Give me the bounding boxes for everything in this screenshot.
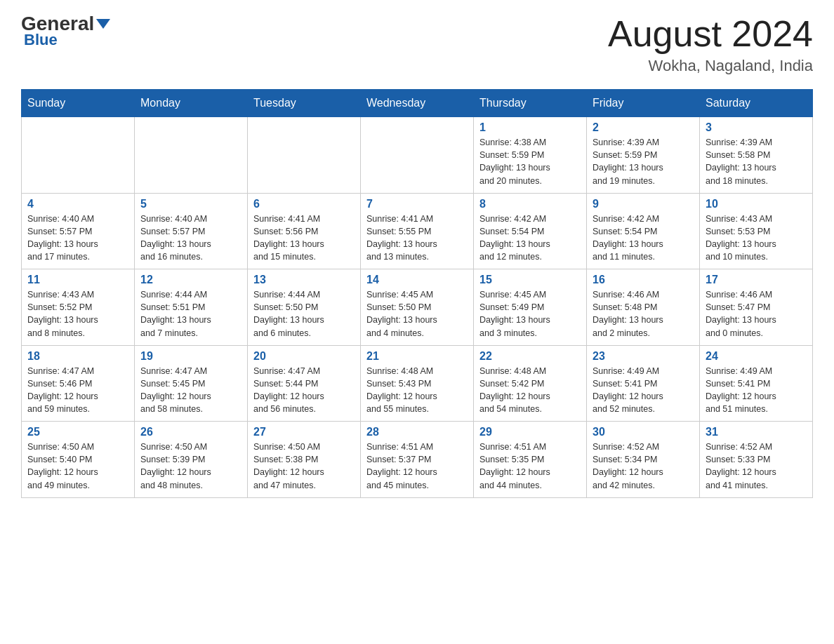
day-number: 29 — [479, 426, 581, 438]
day-info: Sunrise: 4:44 AM Sunset: 5:50 PM Dayligh… — [253, 288, 355, 340]
day-header-saturday: Saturday — [700, 90, 813, 117]
day-header-monday: Monday — [135, 90, 248, 117]
calendar-cell: 10Sunrise: 4:43 AM Sunset: 5:53 PM Dayli… — [700, 193, 813, 269]
calendar-cell: 29Sunrise: 4:51 AM Sunset: 5:35 PM Dayli… — [474, 422, 587, 498]
day-info: Sunrise: 4:42 AM Sunset: 5:54 PM Dayligh… — [479, 213, 581, 264]
day-number: 2 — [593, 121, 694, 134]
calendar-cell: 6Sunrise: 4:41 AM Sunset: 5:56 PM Daylig… — [248, 193, 361, 269]
day-number: 3 — [706, 121, 807, 134]
day-number: 26 — [140, 426, 241, 438]
day-info: Sunrise: 4:41 AM Sunset: 5:55 PM Dayligh… — [366, 213, 468, 264]
calendar-week-row: 4Sunrise: 4:40 AM Sunset: 5:57 PM Daylig… — [22, 193, 813, 269]
calendar-cell: 23Sunrise: 4:49 AM Sunset: 5:41 PM Dayli… — [587, 345, 700, 422]
calendar-week-row: 11Sunrise: 4:43 AM Sunset: 5:52 PM Dayli… — [22, 269, 813, 346]
calendar-cell: 26Sunrise: 4:50 AM Sunset: 5:39 PM Dayli… — [135, 422, 248, 498]
calendar-header-row: SundayMondayTuesdayWednesdayThursdayFrid… — [22, 90, 813, 117]
day-info: Sunrise: 4:43 AM Sunset: 5:52 PM Dayligh… — [27, 288, 128, 340]
day-header-tuesday: Tuesday — [248, 90, 361, 117]
calendar-week-row: 25Sunrise: 4:50 AM Sunset: 5:40 PM Dayli… — [22, 422, 813, 498]
day-info: Sunrise: 4:52 AM Sunset: 5:34 PM Dayligh… — [593, 441, 694, 492]
day-info: Sunrise: 4:48 AM Sunset: 5:43 PM Dayligh… — [366, 365, 468, 416]
day-info: Sunrise: 4:40 AM Sunset: 5:57 PM Dayligh… — [27, 213, 128, 264]
calendar-cell: 7Sunrise: 4:41 AM Sunset: 5:55 PM Daylig… — [361, 193, 474, 269]
calendar-cell: 4Sunrise: 4:40 AM Sunset: 5:57 PM Daylig… — [22, 193, 135, 269]
calendar-cell: 1Sunrise: 4:38 AM Sunset: 5:59 PM Daylig… — [474, 117, 587, 194]
calendar-cell — [22, 117, 135, 194]
day-number: 25 — [27, 426, 128, 438]
calendar-table: SundayMondayTuesdayWednesdayThursdayFrid… — [21, 89, 813, 498]
day-info: Sunrise: 4:49 AM Sunset: 5:41 PM Dayligh… — [706, 365, 807, 416]
day-info: Sunrise: 4:38 AM Sunset: 5:59 PM Dayligh… — [479, 136, 581, 187]
calendar-cell — [361, 117, 474, 194]
day-info: Sunrise: 4:39 AM Sunset: 5:59 PM Dayligh… — [593, 136, 694, 187]
day-info: Sunrise: 4:41 AM Sunset: 5:56 PM Dayligh… — [253, 213, 355, 264]
calendar-cell: 9Sunrise: 4:42 AM Sunset: 5:54 PM Daylig… — [587, 193, 700, 269]
calendar-cell: 17Sunrise: 4:46 AM Sunset: 5:47 PM Dayli… — [700, 269, 813, 346]
calendar-cell: 5Sunrise: 4:40 AM Sunset: 5:57 PM Daylig… — [135, 193, 248, 269]
day-info: Sunrise: 4:48 AM Sunset: 5:42 PM Dayligh… — [479, 365, 581, 416]
calendar-cell: 30Sunrise: 4:52 AM Sunset: 5:34 PM Dayli… — [587, 422, 700, 498]
day-number: 30 — [593, 426, 694, 438]
day-info: Sunrise: 4:50 AM Sunset: 5:39 PM Dayligh… — [140, 441, 241, 492]
calendar-cell: 8Sunrise: 4:42 AM Sunset: 5:54 PM Daylig… — [474, 193, 587, 269]
day-info: Sunrise: 4:51 AM Sunset: 5:35 PM Dayligh… — [479, 441, 581, 492]
day-number: 12 — [140, 274, 241, 286]
calendar-cell: 12Sunrise: 4:44 AM Sunset: 5:51 PM Dayli… — [135, 269, 248, 346]
day-number: 4 — [27, 198, 128, 210]
calendar-cell: 25Sunrise: 4:50 AM Sunset: 5:40 PM Dayli… — [22, 422, 135, 498]
calendar-cell: 20Sunrise: 4:47 AM Sunset: 5:44 PM Dayli… — [248, 345, 361, 422]
day-info: Sunrise: 4:49 AM Sunset: 5:41 PM Dayligh… — [593, 365, 694, 416]
day-header-friday: Friday — [587, 90, 700, 117]
day-info: Sunrise: 4:42 AM Sunset: 5:54 PM Dayligh… — [593, 213, 694, 264]
day-number: 14 — [366, 274, 468, 286]
day-number: 31 — [706, 426, 807, 438]
day-number: 10 — [706, 198, 807, 210]
day-info: Sunrise: 4:47 AM Sunset: 5:45 PM Dayligh… — [140, 365, 241, 416]
day-info: Sunrise: 4:46 AM Sunset: 5:47 PM Dayligh… — [706, 288, 807, 340]
calendar-cell: 31Sunrise: 4:52 AM Sunset: 5:33 PM Dayli… — [700, 422, 813, 498]
day-number: 9 — [593, 198, 694, 210]
day-number: 22 — [479, 350, 581, 363]
day-info: Sunrise: 4:40 AM Sunset: 5:57 PM Dayligh… — [140, 213, 241, 264]
day-header-sunday: Sunday — [22, 90, 135, 117]
day-number: 20 — [253, 350, 355, 363]
logo: General Blue — [21, 14, 110, 49]
day-number: 18 — [27, 350, 128, 363]
calendar-cell: 13Sunrise: 4:44 AM Sunset: 5:50 PM Dayli… — [248, 269, 361, 346]
day-number: 16 — [593, 274, 694, 286]
location: Wokha, Nagaland, India — [608, 57, 813, 75]
calendar-cell: 24Sunrise: 4:49 AM Sunset: 5:41 PM Dayli… — [700, 345, 813, 422]
day-info: Sunrise: 4:47 AM Sunset: 5:44 PM Dayligh… — [253, 365, 355, 416]
calendar-week-row: 18Sunrise: 4:47 AM Sunset: 5:46 PM Dayli… — [22, 345, 813, 422]
day-number: 17 — [706, 274, 807, 286]
day-number: 8 — [479, 198, 581, 210]
day-number: 1 — [479, 121, 581, 134]
month-title: August 2024 — [608, 14, 813, 54]
calendar-week-row: 1Sunrise: 4:38 AM Sunset: 5:59 PM Daylig… — [22, 117, 813, 194]
day-header-wednesday: Wednesday — [361, 90, 474, 117]
day-info: Sunrise: 4:46 AM Sunset: 5:48 PM Dayligh… — [593, 288, 694, 340]
day-number: 23 — [593, 350, 694, 363]
calendar-cell: 19Sunrise: 4:47 AM Sunset: 5:45 PM Dayli… — [135, 345, 248, 422]
calendar-cell: 22Sunrise: 4:48 AM Sunset: 5:42 PM Dayli… — [474, 345, 587, 422]
calendar-cell — [248, 117, 361, 194]
calendar-cell: 11Sunrise: 4:43 AM Sunset: 5:52 PM Dayli… — [22, 269, 135, 346]
day-number: 13 — [253, 274, 355, 286]
day-info: Sunrise: 4:50 AM Sunset: 5:38 PM Dayligh… — [253, 441, 355, 492]
day-info: Sunrise: 4:44 AM Sunset: 5:51 PM Dayligh… — [140, 288, 241, 340]
day-info: Sunrise: 4:50 AM Sunset: 5:40 PM Dayligh… — [27, 441, 128, 492]
day-number: 7 — [366, 198, 468, 210]
day-info: Sunrise: 4:45 AM Sunset: 5:50 PM Dayligh… — [366, 288, 468, 340]
calendar-cell — [135, 117, 248, 194]
day-info: Sunrise: 4:51 AM Sunset: 5:37 PM Dayligh… — [366, 441, 468, 492]
day-number: 19 — [140, 350, 241, 363]
calendar-cell: 14Sunrise: 4:45 AM Sunset: 5:50 PM Dayli… — [361, 269, 474, 346]
day-number: 5 — [140, 198, 241, 210]
day-info: Sunrise: 4:45 AM Sunset: 5:49 PM Dayligh… — [479, 288, 581, 340]
day-info: Sunrise: 4:52 AM Sunset: 5:33 PM Dayligh… — [706, 441, 807, 492]
day-number: 6 — [253, 198, 355, 210]
title-block: August 2024 Wokha, Nagaland, India — [608, 14, 813, 75]
day-number: 27 — [253, 426, 355, 438]
calendar-cell: 18Sunrise: 4:47 AM Sunset: 5:46 PM Dayli… — [22, 345, 135, 422]
calendar-cell: 3Sunrise: 4:39 AM Sunset: 5:58 PM Daylig… — [700, 117, 813, 194]
